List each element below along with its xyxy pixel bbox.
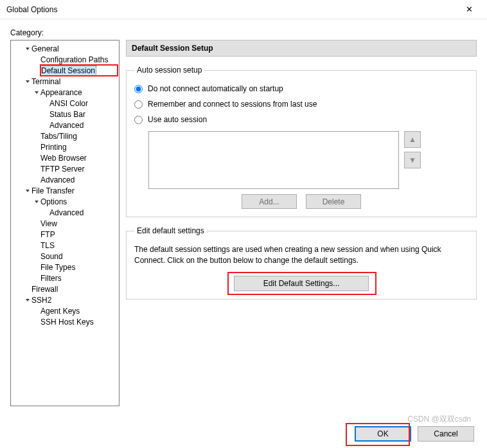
tree-item-label: Sound — [40, 252, 63, 261]
arrow-down-icon: ▼ — [409, 156, 416, 165]
section-header: Default Session Setup — [126, 40, 477, 57]
tree-item-label: Status Bar — [49, 110, 85, 119]
move-down-button[interactable]: ▼ — [404, 152, 421, 168]
tree-item-label: File Types — [40, 263, 75, 272]
tree-item-label: Terminal — [31, 77, 60, 86]
tree-item-file-transfer[interactable]: File Transfer — [11, 185, 119, 196]
listbox-actions: Add... Delete — [134, 194, 468, 209]
radio-remember-label: Remember and connect to sessions from la… — [148, 100, 317, 109]
tree-item-general[interactable]: General — [11, 43, 119, 54]
reorder-buttons: ▲ ▼ — [404, 131, 421, 168]
tree-item-label: File Transfer — [31, 186, 75, 195]
tree-item-status-bar[interactable]: Status Bar — [11, 109, 119, 120]
tree-item-label: Options — [40, 197, 67, 206]
move-up-button[interactable]: ▲ — [404, 131, 421, 148]
delete-button[interactable]: Delete — [306, 194, 361, 209]
radio-remember[interactable]: Remember and connect to sessions from la… — [134, 96, 468, 112]
tree-item-advanced[interactable]: Advanced — [11, 174, 119, 185]
tree-item-label: Configuration Paths — [40, 55, 108, 64]
tree-item-label: Default Session — [40, 66, 96, 75]
tree-item-label: FTP — [40, 230, 55, 239]
titlebar: Global Options ✕ — [0, 0, 487, 19]
ok-button[interactable]: OK — [355, 426, 411, 442]
radio-do-not-connect-label: Do not connect automatically on startup — [148, 84, 283, 93]
tree-item-label: TLS — [40, 241, 55, 250]
right-pane: Default Session Setup Auto session setup… — [126, 40, 477, 415]
radio-use-auto-label: Use auto session — [148, 115, 207, 124]
tree-item-label: SSH Host Keys — [40, 318, 94, 327]
tree-item-agent-keys[interactable]: Agent Keys — [11, 305, 119, 316]
tree-item-label: ANSI Color — [49, 99, 88, 108]
tree-item-label: Advanced — [49, 121, 84, 130]
auto-session-group: Auto session setup Do not connect automa… — [126, 66, 477, 217]
edit-defaults-group: Edit default settings The default sessio… — [126, 226, 477, 300]
tree-item-default-session[interactable]: Default Session — [11, 65, 119, 76]
radio-remember-input[interactable] — [134, 100, 143, 109]
close-icon[interactable]: ✕ — [456, 4, 482, 14]
chevron-down-icon[interactable] — [24, 298, 31, 303]
tree-item-label: Firewall — [31, 285, 58, 294]
tree-item-firewall[interactable]: Firewall — [11, 283, 119, 294]
arrow-up-icon: ▲ — [409, 135, 416, 144]
tree-item-label: TFTP Server — [40, 165, 84, 174]
tree-item-tls[interactable]: TLS — [11, 240, 119, 251]
tree-item-label: SSH2 — [31, 296, 51, 305]
tree-item-configuration-paths[interactable]: Configuration Paths — [11, 54, 119, 65]
edit-defaults-legend: Edit default settings — [134, 226, 207, 235]
radio-use-auto[interactable]: Use auto session — [134, 112, 468, 127]
tree-item-ansi-color[interactable]: ANSI Color — [11, 98, 119, 109]
tree-item-options[interactable]: Options — [11, 196, 119, 207]
tree-item-ssh2[interactable]: SSH2 — [11, 294, 119, 305]
edit-defaults-description: The default session settings are used wh… — [134, 244, 468, 267]
cancel-button[interactable]: Cancel — [418, 426, 474, 442]
chevron-down-icon[interactable] — [33, 199, 40, 204]
columns: GeneralConfiguration PathsDefault Sessio… — [10, 40, 477, 415]
chevron-down-icon[interactable] — [24, 188, 31, 193]
edit-defaults-button-wrap: Edit Default Settings... — [134, 276, 468, 291]
tree-item-web-browser[interactable]: Web Browser — [11, 152, 119, 163]
tree-item-label: Web Browser — [40, 154, 87, 163]
edit-default-settings-button[interactable]: Edit Default Settings... — [234, 276, 369, 291]
session-listbox[interactable] — [148, 131, 399, 189]
tree-item-ssh-host-keys[interactable]: SSH Host Keys — [11, 316, 119, 327]
session-list-row: ▲ ▼ — [148, 131, 468, 189]
footer: OK Cancel — [10, 415, 477, 448]
tree-item-view[interactable]: View — [11, 218, 119, 229]
add-button[interactable]: Add... — [242, 194, 297, 209]
tree-item-sound[interactable]: Sound — [11, 251, 119, 262]
radio-use-auto-input[interactable] — [134, 116, 143, 124]
tree-item-label: Advanced — [40, 175, 75, 184]
tree-item-advanced[interactable]: Advanced — [11, 120, 119, 130]
chevron-down-icon[interactable] — [33, 90, 40, 95]
chevron-down-icon[interactable] — [24, 46, 31, 51]
tree-item-tftp-server[interactable]: TFTP Server — [11, 163, 119, 174]
window-title: Global Options — [6, 5, 57, 14]
radio-do-not-connect-input[interactable] — [134, 85, 143, 93]
tree-item-terminal[interactable]: Terminal — [11, 76, 119, 87]
tree-item-label: Printing — [40, 143, 67, 152]
tree-item-appearance[interactable]: Appearance — [11, 87, 119, 98]
tree-item-label: Tabs/Tiling — [40, 132, 77, 141]
tree-item-label: General — [31, 44, 59, 53]
tree-item-file-types[interactable]: File Types — [11, 262, 119, 273]
tree-item-printing[interactable]: Printing — [11, 141, 119, 152]
radio-do-not-connect[interactable]: Do not connect automatically on startup — [134, 81, 468, 96]
auto-session-legend: Auto session setup — [134, 66, 204, 75]
category-tree[interactable]: GeneralConfiguration PathsDefault Sessio… — [10, 40, 120, 406]
tree-item-tabs-tiling[interactable]: Tabs/Tiling — [11, 130, 119, 141]
chevron-down-icon[interactable] — [24, 79, 31, 84]
tree-item-filters[interactable]: Filters — [11, 273, 119, 283]
category-label: Category: — [10, 28, 477, 37]
tree-item-label: View — [40, 219, 57, 228]
tree-item-advanced[interactable]: Advanced — [11, 207, 119, 218]
tree-item-label: Advanced — [49, 208, 84, 217]
tree-item-label: Filters — [40, 274, 62, 283]
tree-item-label: Appearance — [40, 88, 82, 97]
tree-item-ftp[interactable]: FTP — [11, 229, 119, 240]
content-area: Category: GeneralConfiguration PathsDefa… — [0, 19, 487, 448]
tree-item-label: Agent Keys — [40, 307, 80, 316]
